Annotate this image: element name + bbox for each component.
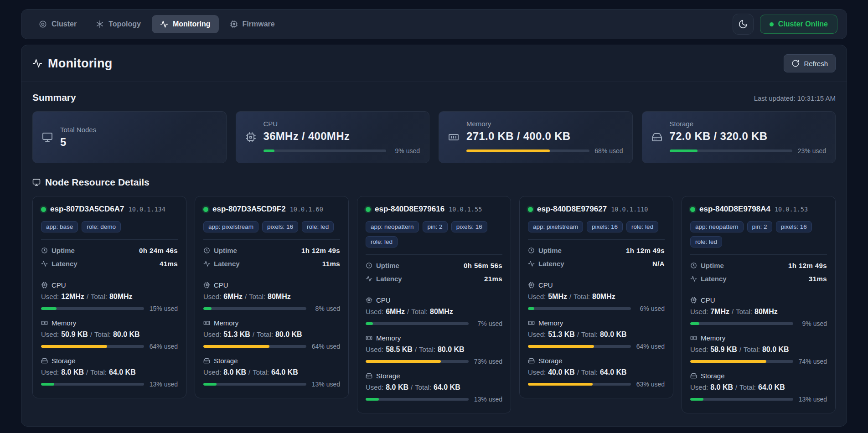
- memory-icon: [41, 320, 48, 326]
- progress-bar: [203, 383, 306, 386]
- progress-row: 63% used: [528, 381, 665, 388]
- value-separator: /: [248, 368, 250, 376]
- tab-cluster[interactable]: Cluster: [31, 15, 85, 33]
- storage-icon: [690, 372, 697, 379]
- used-value: 50.9 KB: [61, 330, 88, 339]
- resource-values: Used: 50.9 KB / Total: 80.0 KB: [41, 330, 178, 339]
- progress-bar: [670, 149, 793, 152]
- resource-section: CPU Used: 7MHz / Total: 80MHz: [690, 296, 827, 327]
- node-card: esp-840D8E979616 10.0.1.55 app: neopatte…: [357, 196, 511, 413]
- storage-icon: [651, 132, 662, 143]
- latency-label-text: Latency: [538, 260, 564, 268]
- uptime-row: Uptime 0h 24m 46s: [41, 244, 178, 257]
- latency-value: N/A: [652, 260, 665, 268]
- memory-icon: [203, 320, 210, 326]
- progress-bar: [690, 322, 793, 325]
- node-tag: role: led: [626, 221, 658, 232]
- node-status-icon: [41, 207, 46, 212]
- clock-icon: [203, 247, 210, 254]
- node-name: esp-840D8E979616: [375, 205, 444, 214]
- progress-bar: [366, 322, 469, 325]
- resource-header: Memory: [366, 334, 502, 342]
- resource-header: CPU: [366, 296, 502, 304]
- resource-label: Storage: [538, 357, 563, 365]
- progress-fill: [690, 360, 766, 363]
- used-value: 58.9 KB: [710, 345, 737, 354]
- used-prefix: Used:: [690, 345, 708, 353]
- storage-icon: [41, 357, 48, 364]
- summary-card: Memory 271.0 KB / 400.0 KB 68% used: [439, 111, 633, 163]
- latency-label: Latency: [528, 260, 564, 268]
- node-tag: app: pixelstream: [203, 221, 258, 232]
- node-name: esp-807D3A5CD6A7: [50, 205, 124, 214]
- node-header: esp-807D3A5CD9F2 10.0.1.60: [203, 205, 340, 214]
- monitoring-icon: [32, 58, 42, 68]
- latency-label-text: Latency: [214, 260, 240, 268]
- uptime-row: Uptime 0h 56m 56s: [366, 259, 502, 272]
- tab-firmware[interactable]: Firmware: [222, 15, 283, 33]
- resource-section: Storage Used: 8.0 KB / Total: 64.0 KB: [41, 357, 178, 388]
- cluster-status-badge[interactable]: Cluster Online: [760, 15, 837, 34]
- total-prefix: Total:: [90, 368, 107, 376]
- uptime-label-text: Uptime: [538, 247, 562, 254]
- progress-bar: [264, 149, 387, 152]
- node-tag: pixels: 16: [776, 221, 812, 232]
- resource-section: Memory Used: 51.3 KB / Total: 80.0 KB: [203, 319, 340, 350]
- summary-card-label: Storage: [670, 120, 827, 128]
- total-value: 80.0 KB: [600, 330, 627, 339]
- node-tag: pixels: 16: [451, 221, 487, 232]
- refresh-button[interactable]: Refresh: [784, 54, 836, 72]
- progress-row: 73% used: [366, 358, 502, 365]
- resource-section: Memory Used: 51.3 KB / Total: 80.0 KB: [528, 319, 665, 350]
- total-value: 64.0 KB: [434, 383, 460, 392]
- memory-icon: [448, 132, 459, 143]
- used-value: 8.0 KB: [710, 383, 733, 392]
- node-resources: CPU Used: 6MHz / Total: 80MHz: [366, 296, 502, 403]
- progress-fill: [366, 398, 379, 401]
- node-ip: 10.0.1.110: [611, 206, 648, 213]
- progress-bar: [41, 307, 144, 310]
- percent-used-label: 23% used: [797, 147, 826, 155]
- percent-used-label: 15% used: [149, 305, 178, 312]
- resource-section: Memory Used: 50.9 KB / Total: 80.0 KB: [41, 319, 178, 350]
- progress-fill: [366, 322, 373, 325]
- summary-card-value: 36MHz / 400MHz: [264, 130, 420, 143]
- node-tag: pin: 2: [423, 221, 448, 232]
- resource-values: Used: 7MHz / Total: 80MHz: [690, 308, 827, 316]
- progress-row: 23% used: [670, 147, 827, 155]
- latency-row: Latency 31ms: [690, 272, 827, 285]
- clock-icon: [366, 262, 372, 269]
- progress-fill: [41, 307, 57, 310]
- node-tag: role: led: [366, 236, 398, 247]
- node-card: esp-840D8E9798A4 10.0.1.53 app: neopatte…: [682, 196, 836, 413]
- resource-label: Memory: [214, 319, 238, 327]
- value-separator: /: [87, 293, 88, 300]
- summary-card-value: 72.0 KB / 320.0 KB: [670, 130, 827, 143]
- chip-icon: [203, 282, 210, 289]
- node-tag: app: base: [41, 221, 78, 232]
- chip-icon: [245, 132, 256, 143]
- used-value: 12MHz: [61, 293, 84, 301]
- progress-row: 7% used: [366, 320, 502, 327]
- latency-icon: [528, 260, 535, 267]
- progress-row: 13% used: [690, 396, 827, 403]
- node-card: esp-840D8E979627 10.0.1.110 app: pixelst…: [519, 196, 673, 398]
- latency-label: Latency: [690, 275, 727, 283]
- used-value: 6MHz: [386, 308, 405, 316]
- node-status-icon: [366, 207, 371, 212]
- progress-row: 64% used: [528, 343, 665, 350]
- progress-fill: [203, 345, 269, 348]
- latency-row: Latency 21ms: [366, 272, 502, 285]
- resource-header: Storage: [366, 372, 502, 380]
- node-name: esp-840D8E979627: [537, 205, 607, 214]
- theme-toggle-button[interactable]: [733, 14, 754, 35]
- total-prefix: Total:: [249, 293, 265, 300]
- uptime-label: Uptime: [528, 247, 562, 254]
- uptime-label: Uptime: [690, 262, 724, 269]
- uptime-label: Uptime: [41, 247, 75, 254]
- node-tag: pin: 2: [747, 221, 772, 232]
- tab-monitoring[interactable]: Monitoring: [152, 15, 219, 33]
- node-card: esp-807D3A5CD9F2 10.0.1.60 app: pixelstr…: [195, 196, 349, 398]
- resource-section: Storage Used: 8.0 KB / Total: 64.0 KB: [690, 372, 827, 403]
- tab-topology[interactable]: Topology: [88, 15, 149, 33]
